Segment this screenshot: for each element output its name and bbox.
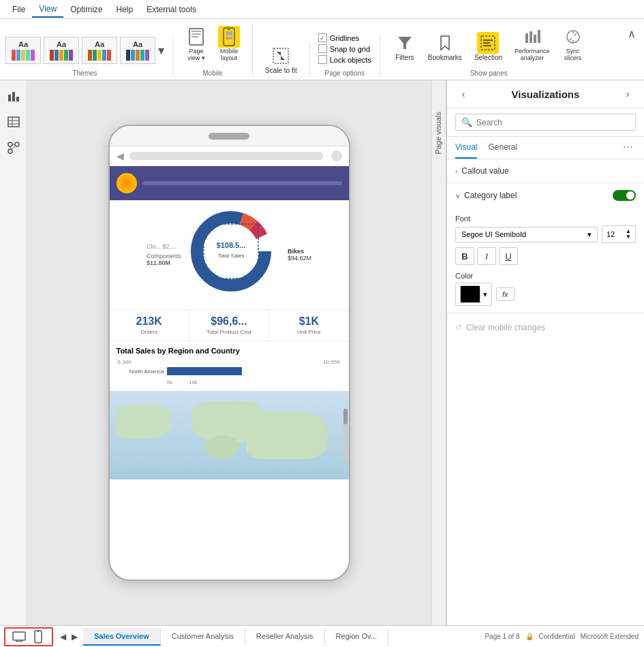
sidebar-icon-table[interactable] — [3, 112, 24, 132]
performance-analyzer-button[interactable]: Performanceanalyzer — [509, 23, 555, 64]
map-land-asia — [246, 411, 328, 459]
components-legend: Components$11.80M — [147, 253, 181, 266]
donut-section: Clo... $2.... Components$11.80M — [110, 200, 349, 309]
page-tab-sales-overview[interactable]: Sales Overview — [83, 628, 161, 646]
lock-objects-row[interactable]: Lock objects — [318, 55, 371, 64]
menu-file[interactable]: File — [5, 2, 32, 17]
selection-label: Selection — [474, 54, 502, 61]
category-label-header[interactable]: ∨ Category label — [447, 183, 644, 208]
fx-button[interactable]: fx — [496, 287, 515, 301]
selection-button[interactable]: Selection — [469, 29, 508, 64]
sidebar-icon-bar-chart[interactable] — [3, 86, 24, 106]
page-tab-reseller-analysis[interactable]: Reseller Analysis — [245, 628, 325, 646]
svg-rect-24 — [8, 117, 19, 127]
page-view-label: Pageview ▾ — [187, 48, 205, 61]
svg-point-38 — [207, 227, 255, 275]
desktop-view-icon[interactable] — [11, 629, 27, 645]
snap-to-grid-row[interactable]: Snap to grid — [318, 44, 371, 53]
page-tab-customer-analysis[interactable]: Customer Analysis — [161, 628, 245, 646]
performance-analyzer-label: Performanceanalyzer — [515, 48, 550, 61]
kpi-orders-label: Orders — [112, 329, 186, 335]
ribbon: Aa Aa — [0, 19, 644, 80]
bold-button[interactable]: B — [455, 247, 474, 265]
font-section-label: Font — [455, 215, 636, 223]
bookmarks-icon — [434, 32, 456, 54]
clear-mobile-label: Clear mobile changes — [466, 323, 545, 332]
show-panes-label: Show panes — [470, 69, 508, 77]
tab-general[interactable]: General — [488, 137, 517, 159]
search-input[interactable] — [476, 118, 630, 127]
ribbon-collapse-button[interactable]: ∧ — [625, 25, 639, 43]
tab-visual[interactable]: Visual — [455, 137, 477, 159]
kpi-unit-price: $1K Unit Price — [269, 310, 348, 341]
underline-button[interactable]: U — [499, 247, 518, 265]
font-family-select[interactable]: Segoe UI Semibold ▾ — [455, 227, 598, 242]
menu-help[interactable]: Help — [109, 2, 140, 17]
scale-to-fit-button[interactable]: Scale to fit — [261, 42, 301, 77]
menu-bar: File View Optimize Help External tools — [0, 0, 644, 19]
panel-back-button[interactable]: ‹ — [455, 86, 472, 102]
donut-legend-right: Bikes $94.62M — [288, 248, 311, 262]
status-info: Page 1 of 8 🔒 Confidential Microsoft Ext… — [485, 633, 644, 640]
font-size-input[interactable]: 12 ▲▼ — [602, 225, 636, 243]
page-visuals-tab[interactable]: Page visuals — [431, 80, 446, 625]
clear-mobile-icon: ↺ — [455, 323, 462, 332]
svg-rect-6 — [226, 31, 232, 35]
theme-thumb-3[interactable]: Aa — [82, 37, 117, 64]
svg-rect-7 — [226, 37, 232, 40]
clo-legend: Clo... $2.... — [147, 243, 181, 250]
bookmarks-label: Bookmarks — [428, 54, 462, 61]
italic-label: I — [485, 251, 488, 262]
menu-view[interactable]: View — [32, 1, 63, 18]
page-nav-next[interactable]: ▶ — [69, 631, 80, 643]
bar-label: North America — [117, 368, 164, 375]
kpi-unit-price-value: $1K — [272, 315, 346, 328]
gridlines-row[interactable]: Gridlines — [318, 33, 371, 42]
theme-dropdown-arrow[interactable]: ▾ — [158, 43, 164, 58]
confidential-label: Confidential — [539, 633, 575, 640]
filters-button[interactable]: Filters — [388, 29, 421, 64]
page-nav-prev[interactable]: ◀ — [57, 631, 69, 643]
sync-slicers-button[interactable]: Syncslicers — [557, 23, 589, 64]
theme-thumb-1[interactable]: Aa — [5, 37, 41, 64]
map-scrollbar[interactable] — [343, 409, 348, 462]
mobile-view-icon[interactable] — [30, 629, 46, 645]
left-sidebar — [0, 80, 27, 625]
menu-optimize[interactable]: Optimize — [63, 2, 109, 17]
svg-rect-15 — [483, 45, 491, 46]
callout-value-header[interactable]: › Callout value — [447, 159, 644, 183]
gridlines-checkbox[interactable] — [318, 33, 327, 42]
snap-to-grid-checkbox[interactable] — [318, 44, 327, 53]
svg-rect-23 — [16, 97, 19, 101]
italic-button[interactable]: I — [477, 247, 496, 265]
theme-thumb-4[interactable]: Aa — [120, 37, 155, 64]
mobile-layout-button[interactable]: Mobilelayout — [214, 23, 244, 64]
right-panel: ‹ Visualizations › 🔍 Visual General ··· — [446, 80, 644, 625]
ribbon-group-mobile: Pageview ▾ Mobilelayout Mobile — [181, 23, 253, 77]
category-label-toggle[interactable] — [613, 190, 636, 201]
sidebar-icon-model[interactable] — [3, 138, 24, 158]
theme-thumb-2[interactable]: Aa — [44, 37, 79, 64]
bookmarks-button[interactable]: Bookmarks — [423, 29, 467, 64]
color-dropdown[interactable]: ▾ — [455, 283, 492, 306]
svg-rect-18 — [534, 35, 536, 43]
menu-external-tools[interactable]: External tools — [140, 2, 203, 17]
phone-nav-icon — [331, 151, 342, 161]
page-tab-region-overview[interactable]: Region Ov... — [325, 628, 388, 646]
panel-tab-more[interactable]: ··· — [620, 137, 636, 159]
donut-legend-left: Clo... $2.... Components$11.80M — [147, 243, 181, 266]
phone-back-arrow[interactable]: ◀ — [117, 151, 124, 161]
panel-forward-button[interactable]: › — [619, 86, 636, 102]
mobile-layout-icon — [218, 26, 240, 48]
page-view-button[interactable]: Pageview ▾ — [181, 23, 211, 64]
category-label-arrow: ∨ — [455, 192, 460, 200]
category-label-text: Category label — [464, 191, 517, 200]
font-style-row: B I U — [455, 247, 636, 265]
lock-objects-checkbox[interactable] — [318, 55, 327, 64]
map-land-americas — [117, 405, 171, 439]
extended-label: Microsoft Extended — [580, 633, 639, 640]
ribbon-group-show-panes: Filters Bookmarks — [388, 23, 598, 77]
performance-analyzer-icon — [521, 26, 543, 48]
search-box[interactable]: 🔍 — [455, 114, 636, 131]
search-icon: 🔍 — [461, 117, 472, 127]
